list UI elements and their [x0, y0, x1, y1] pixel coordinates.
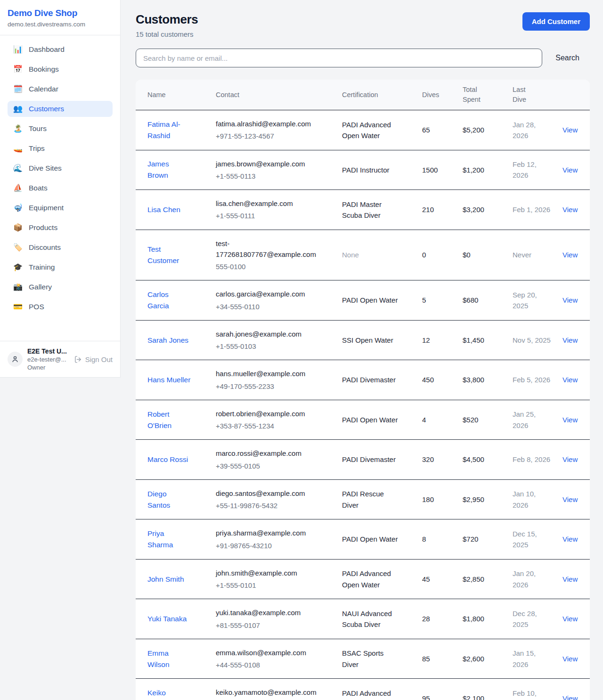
- view-link[interactable]: View: [562, 251, 578, 259]
- page-title: Customers: [136, 12, 198, 27]
- sidebar-item-pos[interactable]: 💳 POS: [8, 299, 113, 315]
- sidebar-item-products[interactable]: 📦 Products: [8, 220, 113, 236]
- column-header-dives: Dives: [422, 80, 463, 110]
- column-header-certification: Certification: [342, 80, 422, 110]
- main-content: Customers 15 total customers Add Custome…: [121, 0, 603, 700]
- title-block: Customers 15 total customers: [136, 12, 198, 38]
- customer-name-link[interactable]: Carlos Garcia: [147, 290, 169, 310]
- table-row: Test Customer test-1772681807767@example…: [136, 230, 590, 280]
- customer-total-spent: $5,200: [463, 110, 513, 150]
- customer-name-link[interactable]: Marco Rossi: [147, 455, 188, 463]
- view-link[interactable]: View: [562, 495, 578, 503]
- view-link[interactable]: View: [562, 455, 578, 463]
- view-link[interactable]: View: [562, 376, 578, 384]
- view-link[interactable]: View: [562, 206, 578, 214]
- sidebar-nav: 📊 Dashboard 📅 Bookings 🗓️ Calendar 👥 Cus…: [0, 35, 120, 341]
- customer-email: hans.mueller@example.com: [216, 368, 316, 379]
- customer-dives: 0: [422, 230, 463, 280]
- view-link[interactable]: View: [562, 336, 578, 344]
- customer-total-spent: $2,600: [463, 639, 513, 679]
- customer-last-dive: Feb 8, 2026: [513, 440, 562, 480]
- sidebar-item-label: Trips: [29, 144, 45, 153]
- add-customer-button[interactable]: Add Customer: [522, 12, 590, 31]
- view-link[interactable]: View: [562, 166, 578, 174]
- sidebar: Demo Dive Shop demo.test.divestreams.com…: [0, 0, 121, 378]
- customer-name-link[interactable]: Fatima Al-Rashid: [147, 120, 180, 140]
- sidebar-item-label: Boats: [29, 184, 48, 192]
- view-link[interactable]: View: [562, 535, 578, 543]
- customer-name-link[interactable]: James Brown: [147, 160, 169, 179]
- trips-icon: 🚤: [13, 145, 23, 152]
- sidebar-item-label: Calendar: [29, 85, 58, 93]
- sidebar-item-dashboard[interactable]: 📊 Dashboard: [8, 41, 113, 58]
- search-button[interactable]: Search: [542, 54, 590, 62]
- view-link[interactable]: View: [562, 126, 578, 134]
- customer-phone: +91-98765-43210: [216, 540, 316, 551]
- sidebar-item-boats[interactable]: ⛵ Boats: [8, 180, 113, 196]
- view-link[interactable]: View: [562, 655, 578, 663]
- bookings-icon: 📅: [13, 66, 23, 73]
- view-link[interactable]: View: [562, 615, 578, 623]
- sidebar-item-customers[interactable]: 👥 Customers: [8, 101, 113, 117]
- sidebar-item-tours[interactable]: 🏝️ Tours: [8, 121, 113, 137]
- customer-dives: 320: [422, 440, 463, 480]
- customer-phone: +353-87-555-1234: [216, 420, 316, 431]
- page-header: Customers 15 total customers Add Custome…: [136, 12, 590, 38]
- customer-name-link[interactable]: Yuki Tanaka: [147, 615, 187, 623]
- customer-dives: 5: [422, 280, 463, 321]
- table-row: Priya Sharma priya.sharma@example.com +9…: [136, 519, 590, 560]
- pos-icon: 💳: [13, 303, 23, 311]
- customer-phone: +39-555-0105: [216, 461, 316, 471]
- customer-name-link[interactable]: Diego Santos: [147, 490, 170, 509]
- customer-certification: PADI Open Water: [342, 280, 422, 321]
- customer-name-link[interactable]: Priya Sharma: [147, 529, 173, 549]
- customer-name-link[interactable]: Lisa Chen: [147, 206, 180, 214]
- customers-table-card: Name Contact Certification Dives Total S…: [136, 80, 590, 700]
- column-header-actions: [562, 80, 590, 110]
- customer-total-spent: $680: [463, 280, 513, 321]
- sidebar-item-bookings[interactable]: 📅 Bookings: [8, 61, 113, 77]
- sidebar-item-gallery[interactable]: 📸 Gallery: [8, 279, 113, 295]
- customer-email: yuki.tanaka@example.com: [216, 607, 316, 618]
- sidebar-item-dive-sites[interactable]: 🌊 Dive Sites: [8, 160, 113, 176]
- sidebar-item-training[interactable]: 🎓 Training: [8, 259, 113, 275]
- sidebar-item-label: Training: [29, 263, 55, 272]
- customer-name-link[interactable]: Sarah Jones: [147, 336, 188, 344]
- customer-last-dive: Jan 10, 2026: [513, 479, 562, 519]
- sidebar-item-label: Dashboard: [29, 45, 65, 54]
- customer-phone: +55-11-99876-5432: [216, 500, 316, 511]
- customer-last-dive: Dec 28, 2025: [513, 599, 562, 639]
- table-header: Name Contact Certification Dives Total S…: [136, 80, 590, 110]
- sidebar-item-equipment[interactable]: 🤿 Equipment: [8, 200, 113, 216]
- customer-total-spent: $1,450: [463, 320, 513, 360]
- view-link[interactable]: View: [562, 416, 578, 424]
- customer-total-spent: $520: [463, 400, 513, 440]
- customer-name-link[interactable]: Hans Mueller: [147, 376, 190, 384]
- customer-last-dive: Sep 20, 2025: [513, 280, 562, 321]
- customer-name-link[interactable]: Test Customer: [147, 245, 179, 264]
- sidebar-item-label: Discounts: [29, 243, 61, 252]
- customer-name-link[interactable]: John Smith: [147, 575, 184, 583]
- gallery-icon: 📸: [13, 283, 23, 291]
- products-icon: 📦: [13, 224, 23, 231]
- view-link[interactable]: View: [562, 575, 578, 583]
- customer-phone: +34-555-0110: [216, 301, 316, 312]
- view-link[interactable]: View: [562, 296, 578, 304]
- customer-name-link[interactable]: Keiko Yamamoto: [147, 689, 182, 700]
- sidebar-item-calendar[interactable]: 🗓️ Calendar: [8, 81, 113, 97]
- customer-email: lisa.chen@example.com: [216, 198, 316, 209]
- customer-last-dive: Never: [513, 230, 562, 280]
- search-input[interactable]: [136, 49, 542, 67]
- customer-name-link[interactable]: Robert O'Brien: [147, 410, 171, 429]
- sidebar-item-discounts[interactable]: 🏷️ Discounts: [8, 239, 113, 255]
- sign-out-button[interactable]: Sign Out: [74, 355, 113, 363]
- column-header-last-dive: Last Dive: [513, 80, 562, 110]
- customer-last-dive: Feb 1, 2026: [513, 190, 562, 230]
- customer-name-link[interactable]: Emma Wilson: [147, 649, 170, 668]
- customer-phone: +971-55-123-4567: [216, 131, 316, 141]
- dive-sites-icon: 🌊: [13, 165, 23, 172]
- sidebar-item-trips[interactable]: 🚤 Trips: [8, 140, 113, 156]
- view-link[interactable]: View: [562, 694, 578, 700]
- customer-certification: PADI Open Water: [342, 519, 422, 560]
- table-row: James Brown james.brown@example.com +1-5…: [136, 150, 590, 190]
